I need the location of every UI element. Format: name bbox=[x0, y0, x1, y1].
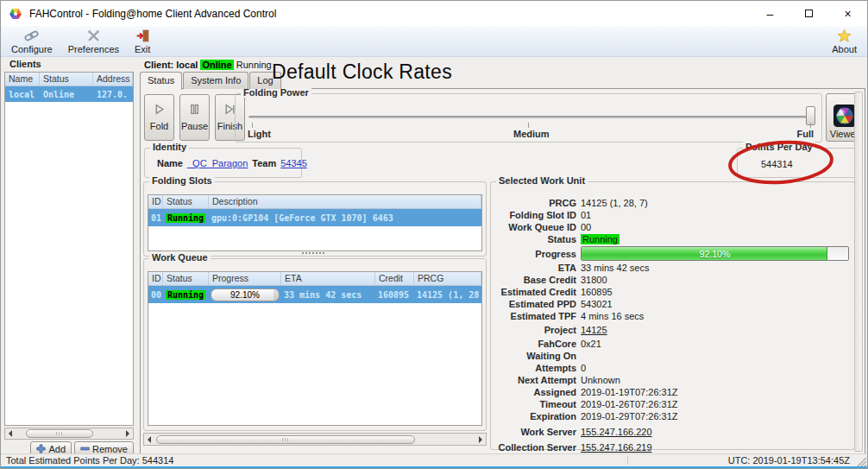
preferences-button[interactable]: Preferences bbox=[60, 26, 127, 56]
swu-running-badge: Running bbox=[581, 234, 620, 244]
statusbar-separator bbox=[627, 456, 628, 465]
tick-full bbox=[810, 123, 811, 128]
plus-icon bbox=[36, 444, 46, 453]
work-queue-row[interactable]: 00 Running 92.10% 33 mins 42 secs 160895… bbox=[148, 286, 481, 303]
client-status-line: Client: local Online Running bbox=[144, 60, 272, 70]
points-per-day-title: Points Per Day bbox=[743, 142, 815, 152]
work-server-link[interactable]: 155.247.166.220 bbox=[581, 427, 652, 437]
pause-button[interactable]: Pause bbox=[179, 94, 210, 141]
work-queue-scrollbar-thumb[interactable] bbox=[156, 435, 415, 444]
viewer-globe-icon bbox=[833, 105, 856, 127]
slider-label-medium: Medium bbox=[513, 129, 550, 139]
tab-bar: Status System Info Log bbox=[140, 72, 282, 89]
clients-col-status[interactable]: Status bbox=[40, 73, 93, 86]
toolbar: Configure Preferences Exit bbox=[1, 26, 867, 57]
window-bottom-edge bbox=[1, 466, 867, 468]
pause-icon bbox=[189, 104, 200, 115]
resize-grip[interactable] bbox=[855, 455, 866, 466]
status-tab-content: Fold Pause Finish Folding Power L bbox=[140, 88, 865, 455]
work-queue-header[interactable]: ID Status Progress ETA Credit PRCG bbox=[148, 272, 481, 286]
configure-link-icon bbox=[24, 29, 39, 43]
identity-team-label: Team bbox=[252, 158, 276, 168]
minimize-button[interactable]: – bbox=[751, 1, 789, 26]
title-bar: FAHControl - Folding@home Client Advance… bbox=[1, 1, 867, 26]
scroll-right-icon[interactable] bbox=[475, 434, 486, 445]
work-queue-horizontal-scrollbar[interactable] bbox=[143, 433, 487, 446]
clients-scrollbar-thumb[interactable] bbox=[26, 429, 93, 438]
tab-status[interactable]: Status bbox=[140, 72, 182, 90]
swu-field-waiting-on: Waiting On bbox=[494, 350, 849, 362]
fahcontrol-window: FAHControl - Folding@home Client Advance… bbox=[0, 0, 868, 469]
toolbar-spacer bbox=[158, 26, 824, 56]
folding-slots-header[interactable]: ID Status Description bbox=[148, 195, 481, 209]
selected-work-unit-title: Selected Work Unit bbox=[496, 175, 588, 186]
fahcontrol-logo-icon bbox=[9, 7, 22, 21]
slider-label-light: Light bbox=[248, 129, 271, 139]
swu-field-work-queue-id: Work Queue ID 00 bbox=[494, 221, 849, 233]
identity-group: Identity Name _QC_Paragon Team 54345 bbox=[144, 148, 302, 178]
project-link[interactable]: 14125 bbox=[581, 325, 607, 335]
queue-running-badge: Running bbox=[166, 290, 205, 300]
configure-button[interactable]: Configure bbox=[3, 26, 60, 56]
swu-progress-bar: 92.10% bbox=[581, 246, 849, 261]
folding-slots-title: Folding Slots bbox=[149, 175, 215, 186]
client-row-local[interactable]: local Online 127.0. bbox=[5, 86, 133, 102]
clients-horizontal-scrollbar[interactable] bbox=[4, 428, 134, 440]
work-queue-table: ID Status Progress ETA Credit PRCG 00 Ru… bbox=[148, 271, 482, 426]
selected-work-unit-group: Selected Work Unit PRCG 14125 (1, 28, 7)… bbox=[490, 181, 855, 450]
swu-field-project: Project 14125 bbox=[494, 324, 849, 336]
folding-power-slider[interactable] bbox=[248, 116, 813, 118]
swu-field-estimated-ppd: Estimated PPD 543021 bbox=[494, 298, 849, 310]
swu-field-progress: Progress 92.10% bbox=[494, 245, 849, 262]
folding-power-group: Folding Power Light Medium Full bbox=[235, 93, 822, 143]
collection-server-link[interactable]: 155.247.166.219 bbox=[581, 442, 652, 453]
swu-field-work-server: Work Server 155.247.166.220 bbox=[494, 426, 849, 438]
pane-splitter-handle[interactable] bbox=[302, 252, 324, 255]
swu-field-prcg: PRCG 14125 (1, 28, 7) bbox=[494, 197, 849, 209]
swu-field-folding-slot-id: Folding Slot ID 01 bbox=[494, 209, 849, 221]
swu-field-collection-server: Collection Server 155.247.166.219 bbox=[494, 441, 849, 453]
minus-icon bbox=[80, 444, 90, 453]
utc-time-status: UTC: 2019-01-19T13:54:45Z bbox=[728, 455, 850, 466]
swu-field-expiration: Expiration 2019-01-29T07:26:31Z bbox=[494, 410, 849, 422]
maximize-button[interactable] bbox=[789, 1, 828, 26]
fold-button[interactable]: Fold bbox=[144, 94, 174, 141]
clients-col-address[interactable]: Address bbox=[93, 73, 133, 86]
fold-play-icon bbox=[154, 104, 165, 115]
slot-running-badge: Running bbox=[166, 213, 205, 223]
swu-field-eta: ETA 33 mins 42 secs bbox=[494, 262, 849, 274]
swu-field-base-credit: Base Credit 31800 bbox=[494, 274, 849, 286]
points-per-day-value: 544314 bbox=[761, 159, 793, 169]
swu-field-timeout: Timeout 2019-01-26T07:26:31Z bbox=[494, 398, 849, 410]
scroll-left-icon[interactable] bbox=[144, 434, 154, 445]
work-queue-group: Work Queue ID Status Progress ETA Credit… bbox=[143, 258, 487, 431]
identity-team-link[interactable]: 54345 bbox=[280, 158, 307, 168]
identity-name-link[interactable]: _QC_Paragon bbox=[187, 158, 248, 168]
close-button[interactable]: × bbox=[828, 1, 867, 26]
client-online-badge: Online bbox=[200, 60, 233, 70]
swu-field-estimated-tpf: Estimated TPF 4 mins 16 secs bbox=[494, 310, 849, 322]
swu-field-assigned: Assigned 2019-01-19T07:26:31Z bbox=[494, 386, 849, 398]
scroll-left-icon[interactable] bbox=[5, 428, 16, 439]
about-button[interactable]: About bbox=[824, 26, 865, 56]
tick-light bbox=[252, 123, 253, 128]
exit-door-icon bbox=[135, 29, 150, 43]
swu-field-estimated-credit: Estimated Credit 160895 bbox=[494, 286, 849, 298]
exit-button[interactable]: Exit bbox=[127, 26, 158, 56]
tick-medium bbox=[528, 123, 529, 128]
main-vertical-scrollbar[interactable] bbox=[854, 92, 863, 452]
maximize-icon bbox=[805, 10, 813, 17]
clients-table: Name Status Address local Online 127.0. bbox=[4, 72, 134, 426]
swu-field-attempts: Attempts 0 bbox=[494, 362, 849, 374]
window-title: FAHControl - Folding@home Client Advance… bbox=[29, 8, 276, 20]
clients-table-header[interactable]: Name Status Address bbox=[5, 73, 133, 86]
swu-field-fahcore: FahCore 0x21 bbox=[494, 338, 849, 350]
total-ppd-status: Total Estimated Points Per Day: 544314 bbox=[6, 455, 173, 466]
tab-system-info[interactable]: System Info bbox=[183, 72, 248, 89]
swu-field-status: Status Running bbox=[494, 233, 849, 245]
clients-col-name[interactable]: Name bbox=[5, 73, 40, 86]
slider-label-full: Full bbox=[796, 129, 814, 139]
scroll-right-icon[interactable] bbox=[123, 428, 133, 439]
folding-slot-row[interactable]: 01 Running gpu:0:GP104 [GeForce GTX 1070… bbox=[148, 209, 481, 226]
identity-name-label: Name bbox=[157, 158, 183, 168]
